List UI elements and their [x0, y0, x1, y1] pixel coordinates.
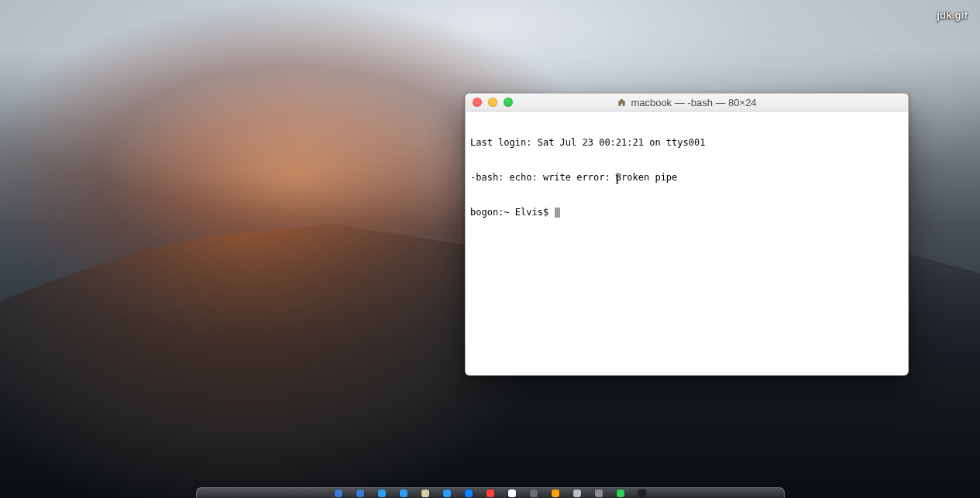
close-icon[interactable] [473, 98, 482, 107]
window-title: macbook — -bash — 80×24 [631, 97, 756, 108]
dock-item[interactable] [617, 489, 624, 497]
dock-item[interactable] [378, 489, 386, 497]
dock-item[interactable] [356, 489, 364, 497]
traffic-lights [466, 98, 513, 107]
terminal-body[interactable]: Last login: Sat Jul 23 00:21:21 on ttys0… [466, 112, 908, 375]
window-titlebar[interactable]: macbook — -bash — 80×24 [466, 94, 908, 112]
dock-item[interactable] [443, 489, 451, 497]
dock-item[interactable] [573, 489, 581, 497]
terminal-line: -bash: echo: write error: Broken pipe [470, 172, 903, 184]
terminal-window[interactable]: macbook — -bash — 80×24 Last login: Sat … [465, 93, 909, 376]
dock-item[interactable] [530, 489, 538, 497]
desktop[interactable]: jdk.gif macbook — -bash — 80×24 Last log… [0, 0, 980, 498]
desktop-file-label[interactable]: jdk.gif [937, 9, 968, 21]
dock-item[interactable] [400, 489, 407, 497]
dock-item[interactable] [638, 489, 646, 497]
dock[interactable] [196, 487, 785, 498]
zoom-icon[interactable] [504, 98, 513, 107]
dock-item[interactable] [465, 489, 473, 497]
dock-item[interactable] [508, 489, 516, 497]
minimize-icon[interactable] [488, 98, 497, 107]
block-cursor-icon [555, 208, 560, 218]
terminal-line: Last login: Sat Jul 23 00:21:21 on ttys0… [470, 137, 903, 149]
dock-item[interactable] [595, 489, 603, 497]
terminal-prompt-line: bogon:~ Elvis$ [470, 207, 903, 218]
dock-item[interactable] [552, 489, 559, 497]
dock-item[interactable] [335, 489, 342, 497]
dock-item[interactable] [487, 489, 494, 497]
window-title-wrap: macbook — -bash — 80×24 [466, 97, 908, 108]
dock-item[interactable] [421, 489, 429, 497]
text-cursor-icon: I [615, 173, 619, 186]
home-icon [617, 98, 627, 108]
terminal-prompt: bogon:~ Elvis$ [470, 207, 554, 218]
